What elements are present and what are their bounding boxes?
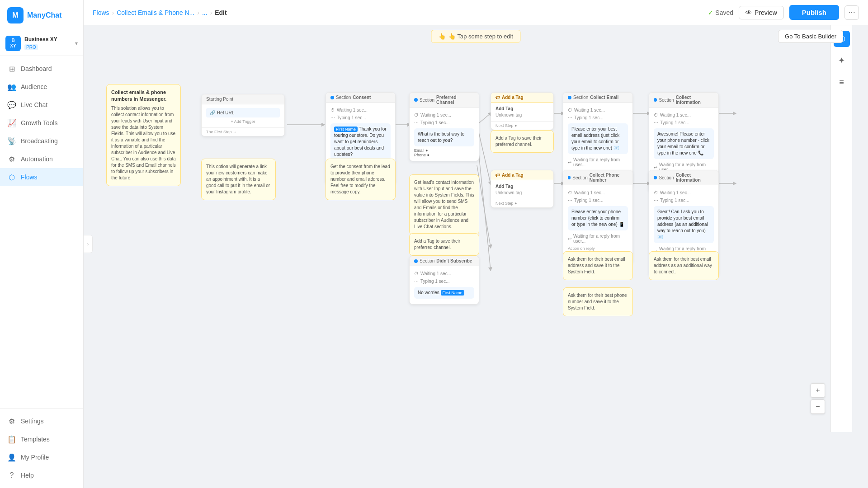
sidebar-item-label: My Profile [21,454,49,461]
sidebar-item-help[interactable]: ? Help [0,466,83,484]
chevron-down-icon: ▾ [75,40,78,47]
note-consent-body: Get the consent from the lead to provide… [330,164,391,195]
canvas[interactable]: 👆 👆 Tap some step to edit Go To Basic Bu… [84,25,868,488]
next-step1: Next Step ● [491,121,553,130]
collect-info-1-header: Section Collect Information [649,93,718,108]
clock-cp1: ⏱ [568,190,572,195]
sidebar-item-audience[interactable]: 👥 Audience [0,78,83,96]
sidebar-item-automation[interactable]: ⚙ Automation [0,150,83,168]
business-selector[interactable]: BXY Business XY PRO ▾ [0,31,83,56]
sidebar-item-templates[interactable]: 📋 Templates [0,430,83,448]
sidebar-item-broadcasting[interactable]: 📡 Broadcasting [0,132,83,150]
logo-area: M ManyChat [0,0,83,31]
nav-section: ⊞ Dashboard 👥 Audience 💬 Live Chat 📈 Gro… [0,56,83,408]
clock-ci2a: ⏱ [654,190,658,195]
collect-phone-label: Collect Phone Number [590,173,628,183]
starting-point-node[interactable]: Starting Point 🔗 Ref URL + Add Trigger T… [201,94,285,136]
dots-ci2: ⋯ [654,120,658,125]
zoom-out-button[interactable]: − [811,399,825,414]
clock-ce1: ⏱ [568,108,572,113]
breadcrumb-flows[interactable]: Flows [93,9,109,16]
start-label: Starting Point [206,97,233,102]
note-tag1: Add a Tag to save their preferred channe… [409,233,479,256]
sidebar-collapse-handle[interactable]: › [84,235,93,253]
ref-url-text: Ref URL [217,110,234,115]
collect-info-1-label: Collect Information [676,95,714,105]
collect-info-2-header: Section Collect Information [649,170,718,185]
tap-icon: 👆 [439,33,446,40]
side-panel: ⬡ ✦ ≡ [830,25,852,432]
sidebar-item-live-chat[interactable]: 💬 Live Chat [0,96,83,114]
sidebar-item-label: Templates [21,436,50,443]
add-trigger-btn[interactable]: + Add Trigger [206,119,280,124]
action-reply-cp: Action on reply [568,246,628,251]
breadcrumb-collect[interactable]: Collect Emails & Phone N... [117,9,194,16]
reply-icon-ci: ↩ [654,165,657,170]
collect-phone-node[interactable]: Section Collect Phone Number ⏱ Waiting 1… [563,170,633,263]
more-button[interactable]: ⋯ [844,5,859,20]
dots-ce2: ⋯ [568,115,572,120]
sidebar-item-my-profile[interactable]: 👤 My Profile [0,448,83,466]
sidebar-item-label: Automation [21,155,53,163]
add-tag-email-node[interactable]: 🏷 Add a Tag Add Tag Unknown tag Next Ste… [491,92,554,130]
add-tag-label1: Add Tag [495,106,549,111]
reply-icon-ce: ↩ [568,160,571,165]
didnt-sub-body: ⏱ Waiting 1 sec... ⋯ Typing 1 sec... No … [410,266,479,304]
saved-indicator: ✓ Saved [708,9,733,16]
section-label2: Section [420,98,434,103]
help-icon: ? [7,471,16,480]
sidebar-item-flows[interactable]: ⬡ Flows [0,168,83,186]
sidebar-item-label: Audience [21,83,47,90]
panel-layers-icon[interactable]: ≡ [834,74,850,90]
sidebar-item-dashboard[interactable]: ⊞ Dashboard [0,60,83,78]
note-title: Collect emails & phone numbers in Messen… [111,89,176,103]
tag-icon1: 🏷 [495,95,500,100]
breadcrumb-dots[interactable]: ... [202,9,208,16]
basic-builder-button[interactable]: Go To Basic Builder [778,30,843,43]
didnt-sub-label: Didn't Subscribe [436,258,472,263]
sidebar-item-settings[interactable]: ⚙ Settings [0,412,83,430]
tap-hint-text: 👆 Tap some step to edit [448,33,513,40]
sidebar-item-growth-tools[interactable]: 📈 Growth Tools [0,114,83,132]
sidebar-item-label: Dashboard [21,65,52,72]
preview-button[interactable]: 👁 Preview [739,6,784,19]
note-option: This option will generate a link your ne… [201,159,276,200]
unknown-tag1: Unknown tag [495,113,549,117]
profile-icon: 👤 [7,453,16,462]
unknown-tag2: Unknown tag [495,190,549,195]
collect-info-2-label: Collect Information [676,173,714,183]
templates-icon: 📋 [7,435,16,444]
user-tag-ds: First Name [441,290,464,296]
collect-info-2-msg: Great! Can I ask you to provide your bes… [654,206,714,243]
section-label7: Section [420,258,434,263]
collect-phone-body: ⏱ Waiting 1 sec... ⋯ Typing 1 sec... Ple… [563,185,632,254]
section-label5: Section [659,98,674,103]
first-step-label: The First Step → [202,127,284,136]
zoom-controls: + − [811,383,825,414]
panel-magic-icon[interactable]: ✦ [834,52,850,69]
audience-icon: 👥 [7,82,16,91]
more-icon: ⋯ [848,8,855,17]
clock2: ⏱ [414,113,419,117]
clock-ci1: ⏱ [654,113,658,117]
broadcasting-icon: 📡 [7,136,16,145]
breadcrumb: Flows › Collect Emails & Phone N... › ..… [93,9,227,16]
preferred-channel-node[interactable]: Section Preferred Channel ⏱ Waiting 1 se… [409,92,479,161]
didnt-subscribe-node[interactable]: Section Didn't Subscribe ⏱ Waiting 1 sec… [409,256,479,305]
preferred-body: ⏱ Waiting 1 sec... ⋯ Typing 1 sec... Wha… [410,108,479,161]
sidebar: M ManyChat BXY Business XY PRO ▾ ⊞ Dashb… [0,0,84,488]
collect-email-msg: Please enter your best email address (ju… [568,123,628,154]
zoom-in-button[interactable]: + [811,383,825,398]
automation-icon: ⚙ [7,155,16,164]
publish-button[interactable]: Publish [789,5,839,20]
add-tag-phone-node[interactable]: 🏷 Add a Tag Add Tag Unknown tag Next Ste… [491,170,554,208]
dots2: ⋯ [414,120,419,125]
fb-icon3 [568,96,571,99]
channel-options: Email ● Phone ● [414,148,474,157]
business-info: Business XY PRO [24,36,71,51]
starting-point-body: 🔗 Ref URL + Add Trigger [202,104,284,127]
note-ask-phone: Ask them for their best phone number and… [563,287,633,316]
note-consent: Get the consent from the lead to provide… [326,159,396,200]
timing-ds1: ⏱ Waiting 1 sec... [414,270,474,277]
breadcrumb-sep1: › [112,9,114,16]
